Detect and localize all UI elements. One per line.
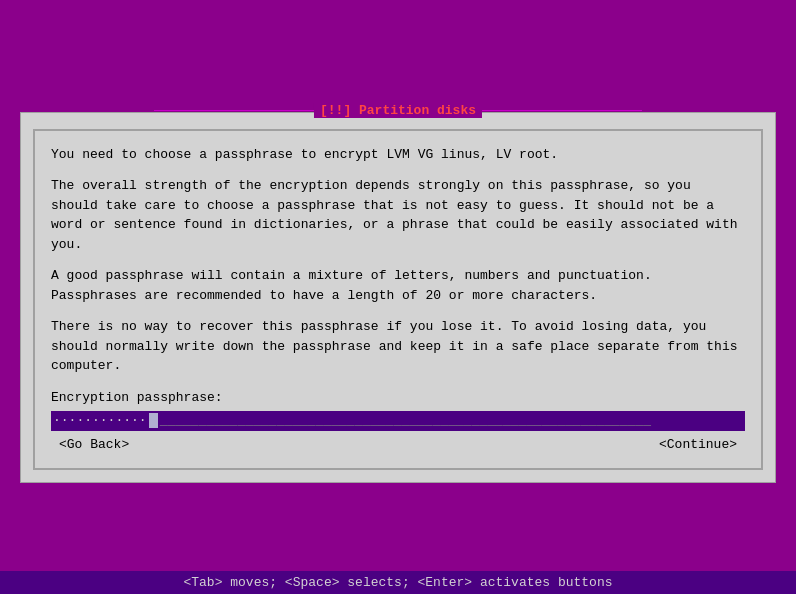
status-bar: <Tab> moves; <Space> selects; <Enter> ac… <box>0 571 796 594</box>
paragraph-4: There is no way to recover this passphra… <box>51 317 745 376</box>
title-bar-line-right <box>482 110 642 111</box>
dialog-content: You need to choose a passphrase to encry… <box>51 145 745 376</box>
screen: [!!] Partition disks You need to choose … <box>0 0 796 594</box>
title-bar: [!!] Partition disks <box>154 103 642 118</box>
title-bar-line-left <box>154 110 314 111</box>
dialog-title: [!!] Partition disks <box>314 103 482 118</box>
continue-button[interactable]: <Continue> <box>651 435 745 454</box>
paragraph-2: The overall strength of the encryption d… <box>51 176 745 254</box>
passphrase-input-container[interactable]: ············ ___________________________… <box>51 411 745 431</box>
dialog-inner: You need to choose a passphrase to encry… <box>33 129 763 470</box>
go-back-button[interactable]: <Go Back> <box>51 435 137 454</box>
dialog-container: [!!] Partition disks You need to choose … <box>20 112 776 483</box>
passphrase-dashes: ________________________________________… <box>158 413 745 428</box>
paragraph-1: You need to choose a passphrase to encry… <box>51 145 745 165</box>
passphrase-label: Encryption passphrase: <box>51 390 745 405</box>
passphrase-cursor <box>149 413 158 428</box>
passphrase-dots: ············ <box>51 413 149 428</box>
buttons-row: <Go Back> <Continue> <box>51 435 745 454</box>
paragraph-3: A good passphrase will contain a mixture… <box>51 266 745 305</box>
